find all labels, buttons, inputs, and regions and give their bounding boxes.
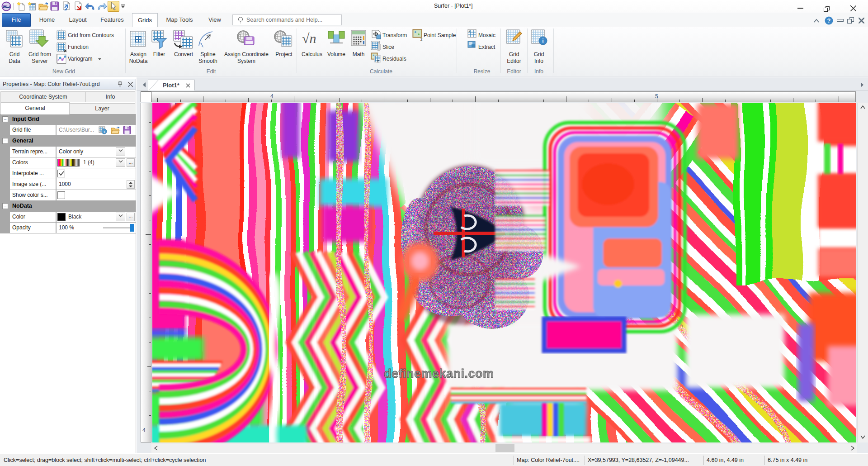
svg-text:i: i (104, 130, 104, 134)
svg-text:?: ? (827, 17, 831, 24)
svg-text:z: z (377, 59, 379, 63)
svg-text:#: # (469, 30, 470, 33)
svg-text:definemekani.com: definemekani.com (384, 367, 494, 380)
svg-text:√n: √n (302, 31, 316, 46)
svg-text:z: z (420, 37, 423, 42)
